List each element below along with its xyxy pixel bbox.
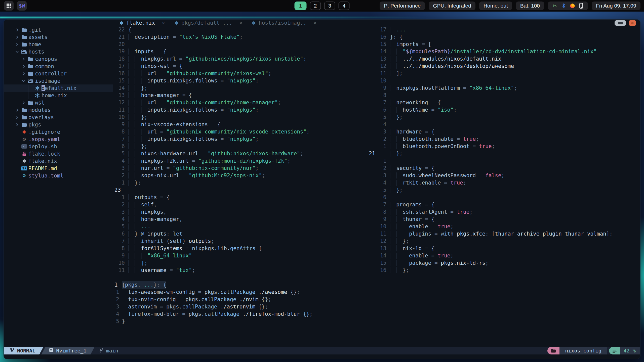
code-line[interactable]: 9 thunar = {	[367, 216, 640, 223]
tree-item-default-nix[interactable]: default.nix	[4, 84, 113, 92]
app-launcher-button[interactable]	[4, 1, 14, 11]
code-line[interactable]: 5 };	[367, 114, 640, 121]
code-line[interactable]: 4 nixpkgs-f2k.url = "github:moni-dz/nixp…	[113, 157, 366, 165]
tree-item-pkgs[interactable]: pkgs	[4, 121, 113, 128]
code-line[interactable]: 9 nixpkgs.hostPlatform = "x86_64-linux";	[367, 84, 640, 92]
firefox-icon[interactable]	[570, 3, 575, 9]
tree-item--git[interactable]: .git	[4, 26, 113, 33]
tree-item-home-nix[interactable]: home.nix	[4, 92, 113, 99]
workspace-button-2[interactable]: 2	[310, 2, 321, 10]
code-line[interactable]: 11 plugins = with pkgs.xfce; [thunar-arc…	[367, 230, 640, 238]
tree-item--gitignore[interactable]: .gitignore	[4, 128, 113, 135]
tab-pkgs-default-[interactable]: pkgs/default ...×	[174, 20, 242, 26]
code-line[interactable]: 10	[367, 77, 640, 84]
chevron-down-icon[interactable]	[20, 79, 27, 82]
code-line[interactable]: 2 self,	[113, 201, 366, 208]
tree-item-hosts[interactable]: hosts	[4, 48, 113, 55]
code-line[interactable]: 12 url = "github:nix-community/home-mana…	[113, 99, 366, 106]
code-line[interactable]: 16}: {	[367, 33, 640, 41]
code-line[interactable]: 17 ...	[367, 26, 640, 33]
code-line[interactable]: 10 };	[113, 114, 366, 121]
code-line[interactable]: 10 enable = true;	[367, 223, 640, 230]
code-line[interactable]: 12 ../../modules/nixos/desktop/awesome	[367, 63, 640, 70]
code-line[interactable]: 18 nixpkgs.url = "github:nixos/nixpkgs/n…	[113, 55, 366, 63]
tree-item-modules[interactable]: modules	[4, 106, 113, 114]
code-line[interactable]: 4 rtkit.enable = true;	[367, 179, 640, 187]
code-line[interactable]: 3 astronvim = pkgs.callPackage ./astronv…	[113, 303, 640, 310]
code-line[interactable]: 20	[113, 41, 366, 48]
close-tab-icon[interactable]: ×	[313, 20, 316, 26]
code-line[interactable]: 14 };	[113, 84, 366, 92]
workspace-button-4[interactable]: 4	[339, 2, 350, 10]
tree-item-flake-nix[interactable]: flake.nix	[4, 157, 113, 165]
code-line[interactable]: 19 inputs = {	[113, 48, 366, 55]
code-line[interactable]: 2 sops-nix.url = "github:Mic92/sops-nix"…	[113, 172, 366, 179]
code-line[interactable]: 7 inputs.nixpkgs.follows = "nixpkgs";	[113, 135, 366, 143]
code-line[interactable]: 15 imports = [	[367, 41, 640, 48]
chevron-right-icon[interactable]	[14, 42, 20, 47]
code-line[interactable]: 8 url = "github:nix-community/nix-vscode…	[113, 128, 366, 135]
code-line[interactable]: 11 username = "tux";	[113, 267, 366, 274]
code-line[interactable]: 3 nixpkgs,	[113, 208, 366, 216]
code-line[interactable]: 6 hostName = "iso";	[367, 106, 640, 114]
chevron-right-icon[interactable]	[20, 64, 27, 68]
chevron-right-icon[interactable]	[14, 123, 20, 127]
code-line[interactable]: 6 };	[113, 143, 366, 150]
code-line[interactable]: 8 ssh.startAgent = true;	[367, 208, 640, 216]
tree-item-controller[interactable]: controller	[4, 70, 113, 77]
tree-item-README-md[interactable]: README.md	[4, 165, 113, 172]
code-line[interactable]: 16 url = "github:nix-community/nixos-wsl…	[113, 70, 366, 77]
chevron-down-icon[interactable]	[14, 50, 20, 53]
chevron-right-icon[interactable]	[20, 72, 27, 76]
code-line[interactable]: 10 ];	[113, 259, 366, 267]
code-line[interactable]: 15 package = pkgs.nix-ld-rs;	[367, 259, 640, 267]
close-tab-icon[interactable]: ×	[162, 20, 165, 26]
screenshot-tool-icon[interactable]: ✂	[552, 3, 557, 9]
code-line[interactable]: 9 nix-vscode-extensions = {	[113, 121, 366, 128]
code-line[interactable]: 5 nixos-hardware.url = "github:nixos/nix…	[113, 150, 366, 157]
code-line[interactable]: 9 "x86_64-linux"	[113, 252, 366, 259]
code-line[interactable]: 1{pkgs, ...}: {	[113, 281, 640, 289]
phone-icon[interactable]	[579, 3, 584, 9]
tree-item-assets[interactable]: assets	[4, 33, 113, 41]
workspace-button-1[interactable]: 1	[295, 2, 307, 10]
code-line[interactable]: 13 nix-ld = {	[367, 245, 640, 252]
chevron-right-icon[interactable]	[14, 35, 20, 39]
code-line[interactable]: 21 };	[367, 150, 640, 157]
code-line[interactable]: 4 firefox-mod-blur = pkgs.callPackage ./…	[113, 310, 640, 318]
code-line[interactable]: 1 outputs = {	[113, 194, 366, 201]
code-line[interactable]: 7 networking = {	[367, 99, 640, 106]
tree-item-home[interactable]: home	[4, 41, 113, 48]
code-line[interactable]: 7 programs = {	[367, 201, 640, 208]
code-line[interactable]: 4 home-manager,	[113, 216, 366, 223]
code-line[interactable]: 16 };	[367, 267, 640, 274]
code-line[interactable]: 8 forAllSystems = nixpkgs.lib.genAttrs [	[113, 245, 366, 252]
tree-item-flake-lock[interactable]: flake.lock	[4, 150, 113, 157]
tree-item-overlays[interactable]: overlays	[4, 114, 113, 121]
code-line[interactable]: 13 home-manager = {	[113, 92, 366, 99]
tree-item-stylua-toml[interactable]: ⚙stylua.toml	[4, 172, 113, 179]
window-toggle-button[interactable]	[615, 20, 626, 26]
horizontal-split-separator[interactable]	[113, 278, 640, 278]
tab-hosts-isoImag-[interactable]: hosts/isoImag..×	[251, 20, 316, 26]
code-line[interactable]: 7 inherit (self) outputs;	[113, 238, 366, 245]
code-line[interactable]: 1	[367, 157, 640, 165]
tree-item-canopus[interactable]: canopus	[4, 55, 113, 63]
code-line[interactable]: 3 hardware = {	[367, 128, 640, 135]
code-line[interactable]: 14 "${modulesPath}/installer/cd-dvd/inst…	[367, 48, 640, 55]
chevron-right-icon[interactable]	[20, 101, 27, 105]
code-line[interactable]: 1 bluetooth.powerOnBoot = true;	[367, 143, 640, 150]
code-line[interactable]: 21 description = "tux's NixOS Flake";	[113, 33, 366, 41]
code-line[interactable]: 4	[367, 121, 640, 128]
code-line[interactable]: 6 } @ inputs: let	[113, 230, 366, 238]
window-close-button[interactable]: ×	[629, 20, 636, 26]
code-line[interactable]: 13 ../../modules/nixos/default.nix	[367, 55, 640, 63]
chevron-right-icon[interactable]	[20, 57, 27, 61]
code-line[interactable]: 2 tux-nvim-config = pkgs.callPackage ./n…	[113, 296, 640, 303]
tree-item-isoImage[interactable]: isoImage	[4, 77, 113, 84]
code-line[interactable]: 3 nur.url = "github:nix-community/nur";	[113, 165, 366, 172]
code-line[interactable]: 14 enable = true;	[367, 252, 640, 259]
code-line[interactable]: 5}	[113, 318, 640, 325]
code-line[interactable]: 23	[113, 187, 366, 194]
code-line[interactable]: 22{	[113, 26, 366, 33]
